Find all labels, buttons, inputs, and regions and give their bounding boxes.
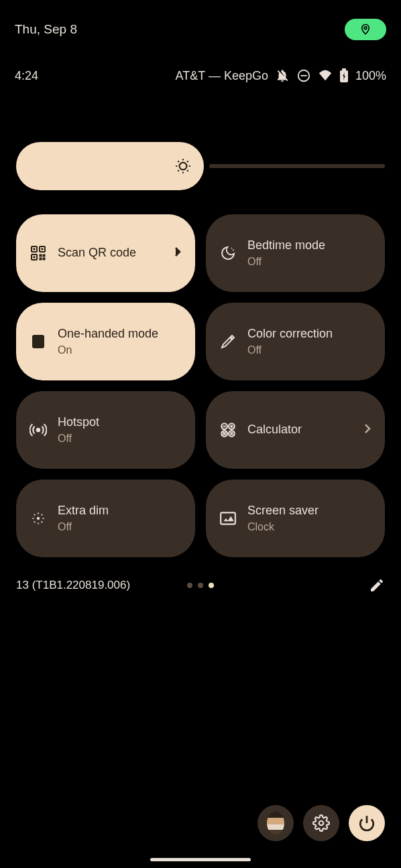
page-dot xyxy=(198,583,203,588)
edit-tiles-button[interactable] xyxy=(369,577,385,593)
do-not-disturb-icon xyxy=(296,68,311,83)
dnd-off-icon xyxy=(275,68,290,83)
image-icon xyxy=(219,511,237,526)
tile-label: One-handed mode xyxy=(58,327,182,342)
date-text: Thu, Sep 8 xyxy=(15,22,77,37)
brightness-slider[interactable] xyxy=(16,142,204,190)
bedtime-moon-icon xyxy=(220,245,236,261)
carrier-text: AT&T — KeepGo xyxy=(176,69,268,83)
svg-rect-4 xyxy=(342,68,346,70)
svg-point-33 xyxy=(43,518,44,519)
svg-rect-12 xyxy=(40,255,42,257)
hotspot-icon xyxy=(30,421,47,439)
svg-rect-16 xyxy=(33,336,44,348)
dim-icon xyxy=(30,510,47,527)
svg-rect-11 xyxy=(34,257,35,258)
tile-one-handed-mode[interactable]: One-handed mode On xyxy=(16,303,195,380)
tile-bedtime-mode[interactable]: Bedtime mode Off xyxy=(206,214,385,292)
tile-status: On xyxy=(58,344,182,356)
svg-point-0 xyxy=(364,27,367,29)
chevron-right-icon xyxy=(174,246,182,258)
tile-label: Bedtime mode xyxy=(247,238,371,253)
tile-hotspot[interactable]: Hotspot Off xyxy=(16,391,195,469)
svg-point-31 xyxy=(38,523,39,524)
location-pin-icon xyxy=(359,23,371,36)
one-handed-icon xyxy=(30,334,46,350)
svg-rect-10 xyxy=(42,248,43,250)
location-active-pill[interactable] xyxy=(345,19,386,40)
navigation-handle[interactable] xyxy=(150,858,251,861)
tile-scan-qr-code[interactable]: Scan QR code xyxy=(16,214,195,292)
pagination-dots[interactable] xyxy=(187,583,214,588)
wifi-icon xyxy=(318,69,333,82)
svg-point-36 xyxy=(34,521,36,522)
svg-rect-9 xyxy=(34,248,35,250)
qr-code-icon xyxy=(30,245,46,261)
tile-status: Off xyxy=(58,520,182,533)
battery-charging-icon xyxy=(339,68,349,83)
tile-screen-saver[interactable]: Screen saver Clock xyxy=(206,480,385,557)
tile-label: Hotspot xyxy=(58,415,182,430)
svg-rect-14 xyxy=(40,258,42,260)
tile-label: Calculator xyxy=(247,423,353,437)
svg-rect-15 xyxy=(43,258,45,260)
settings-button[interactable] xyxy=(303,805,339,841)
tile-status: Off xyxy=(58,432,182,445)
power-button[interactable] xyxy=(349,805,385,841)
tile-label: Extra dim xyxy=(58,504,182,518)
svg-rect-13 xyxy=(43,255,45,257)
tile-label: Screen saver xyxy=(247,504,371,518)
clock-time: 4:24 xyxy=(15,69,38,83)
avatar-icon xyxy=(262,810,289,837)
power-icon xyxy=(358,814,376,832)
page-dot xyxy=(209,583,214,588)
svg-point-32 xyxy=(32,518,34,519)
build-version: 13 (T1B1.220819.006) xyxy=(16,579,130,592)
tile-status: Off xyxy=(247,344,371,356)
svg-point-30 xyxy=(38,512,39,514)
svg-point-37 xyxy=(41,521,42,522)
svg-point-35 xyxy=(41,514,42,516)
eyedropper-icon xyxy=(220,334,236,350)
svg-point-5 xyxy=(180,163,187,170)
brightness-icon xyxy=(174,157,192,175)
svg-point-34 xyxy=(34,514,36,516)
chevron-right-icon xyxy=(363,423,371,435)
tile-status: Off xyxy=(247,255,371,268)
page-dot xyxy=(187,583,192,588)
tile-status: Clock xyxy=(247,520,371,533)
gear-icon xyxy=(312,814,330,832)
svg-rect-38 xyxy=(221,512,235,524)
tile-color-correction[interactable]: Color correction Off xyxy=(206,303,385,380)
tile-label: Color correction xyxy=(247,327,371,342)
svg-point-29 xyxy=(37,517,40,520)
brightness-track[interactable] xyxy=(209,164,385,168)
svg-point-17 xyxy=(37,429,40,431)
user-profile-button[interactable] xyxy=(257,805,294,841)
pencil-icon xyxy=(369,577,385,593)
tile-extra-dim[interactable]: Extra dim Off xyxy=(16,480,195,557)
battery-percent: 100% xyxy=(355,69,386,83)
tile-label: Scan QR code xyxy=(58,246,163,261)
calculator-icon xyxy=(219,421,237,439)
svg-point-39 xyxy=(319,821,324,826)
tile-calculator[interactable]: Calculator xyxy=(206,391,385,469)
